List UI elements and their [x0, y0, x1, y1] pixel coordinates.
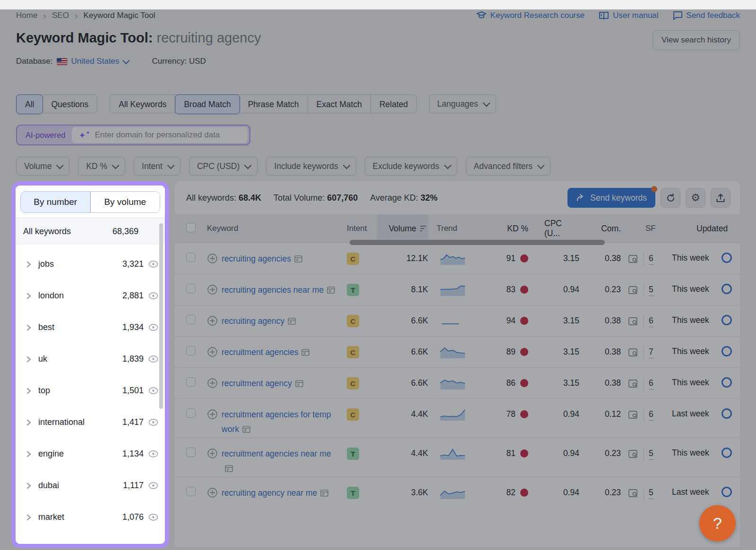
eye-icon[interactable]: [148, 261, 158, 268]
eye-icon[interactable]: [148, 419, 158, 426]
group-count: 1,839: [122, 354, 144, 364]
groups-list: jobs 3,321 london 2,881: [16, 245, 165, 533]
chevron-right-icon: [26, 388, 32, 394]
chevron-right-icon: [26, 482, 32, 489]
chevron-right-icon: [26, 293, 32, 299]
group-item[interactable]: london 2,881: [16, 280, 165, 312]
group-label: international: [38, 417, 85, 427]
group-label: top: [38, 386, 50, 396]
group-count: 2,881: [122, 291, 144, 301]
group-item[interactable]: jobs 3,321: [16, 248, 165, 280]
keyword-groups-panel: By number By volume All keywords 68,369: [16, 186, 165, 544]
group-label: uk: [38, 354, 47, 364]
chevron-right-icon: [26, 419, 32, 426]
chevron-right-icon: [26, 356, 32, 363]
group-count: 1,934: [122, 322, 144, 332]
group-label: market: [38, 512, 64, 522]
chevron-right-icon: [26, 261, 32, 268]
eye-icon[interactable]: [148, 514, 158, 521]
toggle-by-number[interactable]: By number: [21, 192, 91, 212]
groups-scrollbar[interactable]: [159, 223, 163, 409]
group-item[interactable]: top 1,501: [16, 375, 165, 406]
group-label: dubai: [38, 481, 59, 491]
eye-icon[interactable]: [148, 482, 158, 489]
group-count: 1,501: [122, 386, 144, 396]
group-item[interactable]: engine 1,134: [16, 438, 165, 470]
keyword-groups-highlight-ring: By number By volume All keywords 68,369: [11, 181, 169, 548]
chevron-right-icon: [26, 451, 32, 457]
group-count: 1,417: [122, 417, 144, 427]
eye-icon[interactable]: [148, 450, 158, 457]
group-item[interactable]: dubai 1,117: [16, 470, 165, 501]
group-label: engine: [38, 449, 64, 459]
group-count: 1,076: [122, 512, 144, 522]
eye-icon[interactable]: [148, 324, 158, 331]
group-item[interactable]: market 1,076: [16, 501, 165, 533]
group-count: 1,117: [123, 481, 144, 491]
group-count: 1,134: [122, 449, 144, 459]
group-item[interactable]: best 1,934: [16, 312, 165, 343]
all-keywords-group-row[interactable]: All keywords 68,369: [16, 218, 165, 245]
eye-icon[interactable]: [148, 355, 158, 363]
eye-icon[interactable]: [148, 292, 158, 299]
toggle-by-volume[interactable]: By volume: [91, 192, 160, 212]
chevron-right-icon: [26, 324, 32, 331]
group-label: jobs: [38, 259, 54, 269]
chevron-right-icon: [26, 514, 32, 521]
page: Home › SEO › Keyword Magic Tool Keyword …: [0, 9, 756, 550]
group-item[interactable]: international 1,417: [16, 406, 165, 438]
group-item[interactable]: uk 1,839: [16, 343, 165, 375]
group-label: london: [38, 291, 64, 301]
group-label: best: [38, 322, 54, 332]
help-button[interactable]: ?: [699, 505, 736, 542]
groups-sort-toggle: By number By volume: [20, 191, 160, 213]
eye-icon[interactable]: [148, 387, 158, 394]
group-count: 3,321: [122, 259, 144, 269]
